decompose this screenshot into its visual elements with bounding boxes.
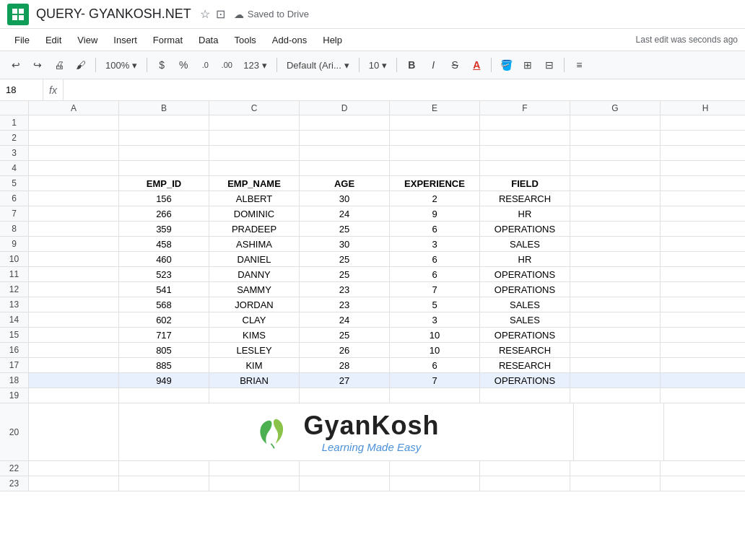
logo-leaf-icon [253, 414, 296, 450]
font-dropdown[interactable]: Default (Ari... ▾ [282, 58, 354, 73]
separator-6 [491, 58, 492, 72]
separator-7 [564, 58, 565, 72]
col-header-E[interactable]: E [390, 101, 480, 115]
print-button[interactable]: 🖨 [49, 55, 69, 75]
underline-button[interactable]: A [466, 55, 487, 75]
col-header-A[interactable]: A [29, 101, 119, 115]
data-rows-container: 6 156 ALBERT 30 2 RESEARCH 7 266 DOMINIC… [0, 191, 745, 388]
col-header-D[interactable]: D [300, 101, 390, 115]
table-row: 14 602 CLAY 24 3 SALES [0, 312, 745, 328]
menu-view[interactable]: View [70, 32, 105, 48]
table-row: 6 156 ALBERT 30 2 RESEARCH [0, 191, 745, 206]
grid-container[interactable]: 1 2 3 [0, 115, 745, 491]
table-row: 22 [0, 461, 745, 476]
menu-help[interactable]: Help [315, 32, 349, 48]
menu-data[interactable]: Data [191, 32, 225, 48]
table-row: 1 [0, 115, 745, 131]
bold-button[interactable]: B [401, 55, 422, 75]
cell-reference-box[interactable]: 18 [0, 79, 43, 100]
chevron-down-icon-4: ▾ [382, 60, 387, 71]
table-row: 18 949 BRIAN 27 7 OPERATIONS [0, 373, 745, 388]
chevron-down-icon-2: ▾ [262, 60, 267, 71]
table-row: 16 805 LESLEY 26 10 RESEARCH [0, 343, 745, 358]
table-row: 5 EMP_ID EMP_NAME AGE EXPERIENCE FIELD [0, 176, 745, 191]
table-row: 9 458 ASHIMA 30 3 SALES [0, 237, 745, 252]
zoom-dropdown[interactable]: 100% ▾ [100, 58, 142, 73]
table-row: 4 [0, 161, 745, 176]
menu-addons[interactable]: Add-ons [265, 32, 314, 48]
col-header-B[interactable]: B [119, 101, 209, 115]
strikethrough-button[interactable]: S [445, 55, 465, 75]
italic-button[interactable]: I [423, 55, 443, 75]
separator-2 [147, 58, 147, 72]
decimal-less-button[interactable]: .0 [195, 55, 215, 75]
separator-3 [276, 58, 277, 72]
table-row: 12 541 SAMMY 23 7 OPERATIONS [0, 282, 745, 297]
logo-sub-text: Learning Made Easy [303, 441, 439, 453]
table-row: 15 717 KIMS 25 10 OPERATIONS [0, 328, 745, 343]
table-row: 2 [0, 131, 745, 146]
font-size-dropdown[interactable]: 10 ▾ [364, 58, 392, 73]
row-number-header [0, 101, 29, 115]
svg-rect-3 [19, 15, 24, 20]
separator-4 [359, 58, 360, 72]
table-row: 19 [0, 388, 745, 403]
app-icon [7, 4, 29, 25]
percent-button[interactable]: % [173, 55, 193, 75]
last-edit-status: Last edit was seconds ago [636, 35, 738, 45]
menu-file[interactable]: File [7, 32, 37, 48]
formula-input[interactable] [64, 84, 745, 95]
undo-button[interactable]: ↩ [6, 55, 26, 75]
menu-format[interactable]: Format [146, 32, 190, 48]
col-header-G[interactable]: G [570, 101, 661, 115]
menu-edit[interactable]: Edit [38, 32, 69, 48]
svg-rect-0 [12, 9, 17, 14]
col-header-H[interactable]: H [661, 101, 745, 115]
doc-title: QUERY- GYANKOSH.NET [36, 6, 191, 22]
table-row: 10 460 DANIEL 25 6 HR [0, 252, 745, 267]
menu-bar: File Edit View Insert Format Data Tools … [0, 29, 745, 51]
separator-5 [396, 58, 397, 72]
svg-rect-1 [19, 9, 24, 14]
spreadsheet: A B C D E F G H 1 2 [0, 101, 745, 491]
table-row: 11 523 DANNY 25 6 OPERATIONS [0, 267, 745, 282]
chevron-down-icon: ▾ [132, 60, 137, 71]
title-bar: QUERY- GYANKOSH.NET ☆ ⊡ ☁ Saved to Drive [0, 0, 745, 29]
decimal-more-button[interactable]: .00 [217, 55, 237, 75]
table-row: 7 266 DOMINIC 24 9 HR [0, 206, 745, 222]
paint-format-button[interactable]: 🖌 [71, 55, 91, 75]
col-header-F[interactable]: F [480, 101, 570, 115]
more-options-button[interactable]: ≡ [569, 55, 589, 75]
table-row: 8 359 PRADEEP 25 6 OPERATIONS [0, 222, 745, 237]
currency-button[interactable]: $ [152, 55, 172, 75]
menu-tools[interactable]: Tools [227, 32, 263, 48]
table-row: 23 [0, 476, 745, 491]
logo-main-text: GyanKosh [303, 411, 439, 441]
fill-color-button[interactable]: 🪣 [496, 55, 516, 75]
folder-icon[interactable]: ⊡ [216, 7, 225, 21]
separator-1 [95, 58, 96, 72]
table-row: 13 568 JORDAN 23 5 SALES [0, 297, 745, 312]
star-icon[interactable]: ☆ [200, 7, 210, 21]
saved-status: ☁ Saved to Drive [234, 9, 309, 20]
gyankosh-logo: GyanKosh Learning Made Easy [253, 411, 439, 453]
table-row: 17 885 KIM 28 6 RESEARCH [0, 358, 745, 373]
fx-icon: fx [43, 79, 64, 100]
chevron-down-icon-3: ▾ [344, 60, 349, 71]
menu-insert[interactable]: Insert [106, 32, 144, 48]
column-header-row: A B C D E F G H [0, 101, 745, 115]
redo-button[interactable]: ↪ [27, 55, 48, 75]
format-number-dropdown[interactable]: 123 ▾ [238, 58, 272, 73]
table-row: 3 [0, 146, 745, 161]
logo-row: 20 GyanKosh Learning Made Easy [0, 403, 745, 461]
cloud-icon: ☁ [234, 9, 244, 20]
svg-rect-2 [12, 15, 17, 20]
borders-button[interactable]: ⊞ [518, 55, 538, 75]
toolbar: ↩ ↪ 🖨 🖌 100% ▾ $ % .0 .00 123 ▾ Default … [0, 51, 745, 79]
merge-button[interactable]: ⊟ [539, 55, 559, 75]
col-header-C[interactable]: C [209, 101, 300, 115]
formula-bar: 18 fx [0, 79, 745, 101]
